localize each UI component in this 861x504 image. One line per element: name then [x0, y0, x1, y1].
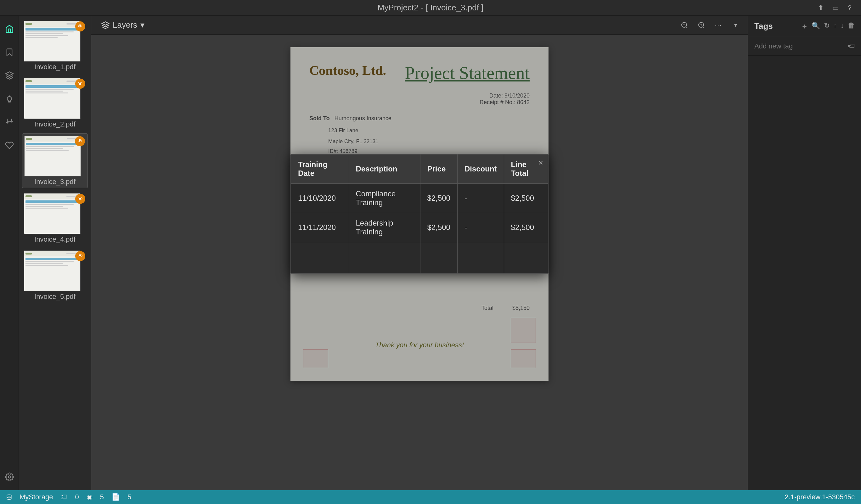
- cell-price-3: [420, 242, 457, 258]
- more-options-button[interactable]: ···: [712, 19, 724, 31]
- list-item[interactable]: 👁 Invoice_1.pdf: [22, 19, 88, 73]
- main-layout: 👁 Invoice_1.pdf 👁 Invoice_2.pdf: [0, 16, 861, 490]
- cell-desc-2: Leadership Training: [349, 213, 420, 242]
- eye-icon[interactable]: 👁: [75, 79, 85, 89]
- tag-input-area: 🏷: [748, 37, 861, 56]
- zoom-in-button[interactable]: [696, 19, 708, 31]
- modal-overlay: × Training Date Description Price Discou…: [290, 47, 548, 381]
- right-panel: Tags ＋ 🔍 ↻ ↑ ↓ 🗑 🏷: [748, 16, 861, 490]
- thumbnail-preview: [24, 21, 81, 62]
- sidebar-icon-merge[interactable]: [2, 115, 16, 129]
- storage-icon: [6, 494, 12, 500]
- svg-point-4: [8, 476, 10, 478]
- sidebar-icon-bookmark[interactable]: [2, 45, 16, 59]
- layer-icon: ◉: [86, 493, 93, 501]
- tags-panel-header: Tags ＋ 🔍 ↻ ↑ ↓ 🗑: [748, 16, 861, 37]
- share-icon[interactable]: ⬆: [818, 4, 823, 12]
- cell-price-2: $2,500: [420, 213, 457, 242]
- delete-icon[interactable]: 🗑: [848, 22, 855, 31]
- thumbnail-label: Invoice_3.pdf: [24, 178, 86, 186]
- layers-dropdown-icon[interactable]: ▾: [140, 20, 145, 30]
- thumbnail-preview: [24, 136, 81, 177]
- up-icon[interactable]: ↑: [833, 22, 837, 31]
- content-area: Layers ▾ ··· ▾ Contoso, Ltd.: [91, 16, 748, 490]
- panel-header-icons: ＋ 🔍 ↻ ↑ ↓ 🗑: [801, 22, 855, 31]
- table-row: [291, 258, 548, 274]
- cell-linetotal-1: $2,500: [504, 184, 548, 213]
- cell-price-1: $2,500: [420, 184, 457, 213]
- file-icon: 📄: [111, 493, 120, 501]
- view-dropdown-button[interactable]: ▾: [729, 19, 741, 31]
- window-title: MyProject2 - [ Invoice_3.pdf ]: [378, 3, 484, 13]
- title-bar: MyProject2 - [ Invoice_3.pdf ] ⬆ ▭ ?: [0, 0, 861, 16]
- sidebar-icon-layers[interactable]: [2, 69, 16, 82]
- document-viewer[interactable]: Contoso, Ltd. Project Statement Date: 9/…: [91, 34, 748, 490]
- training-data-table: Training Date Description Price Discount…: [291, 154, 548, 274]
- cell-date-3: [291, 242, 349, 258]
- refresh-icon[interactable]: ↻: [824, 22, 830, 31]
- thumbnail-label: Invoice_4.pdf: [24, 235, 86, 243]
- add-new-tag-input[interactable]: [754, 42, 845, 50]
- layer-count: 5: [100, 493, 104, 501]
- svg-line-7: [686, 26, 687, 28]
- sidebar-icon-plugin[interactable]: [2, 138, 16, 152]
- tags-title: Tags: [754, 22, 773, 31]
- thumbnail-preview: [24, 193, 81, 234]
- table-row: 11/11/2020 Leadership Training $2,500 - …: [291, 213, 548, 242]
- col-header-discount: Discount: [457, 154, 504, 184]
- cell-date-4: [291, 258, 349, 274]
- tag-input-icon: 🏷: [848, 42, 855, 50]
- cell-desc-1: Compliance Training: [349, 184, 420, 213]
- annotation-count: 0: [75, 493, 79, 501]
- search-tag-icon[interactable]: 🔍: [811, 22, 820, 31]
- cell-linetotal-3: [504, 242, 548, 258]
- eye-icon[interactable]: 👁: [75, 136, 85, 146]
- cell-discount-1: -: [457, 184, 504, 213]
- table-row: [291, 242, 548, 258]
- sidebar-icon-settings[interactable]: [2, 470, 16, 484]
- document-page: Contoso, Ltd. Project Statement Date: 9/…: [290, 47, 548, 381]
- help-icon[interactable]: ?: [848, 4, 851, 12]
- list-item[interactable]: 👁 Invoice_2.pdf: [22, 76, 88, 130]
- thumbnail-label: Invoice_2.pdf: [24, 120, 86, 128]
- file-count: 5: [127, 493, 131, 501]
- annotation-icon: 🏷: [60, 493, 67, 501]
- list-item[interactable]: 👁 Invoice_3.pdf: [22, 134, 88, 188]
- svg-line-10: [703, 26, 704, 28]
- cell-linetotal-4: [504, 258, 548, 274]
- zoom-out-button[interactable]: [679, 19, 691, 31]
- cell-discount-4: [457, 258, 504, 274]
- title-bar-icons: ⬆ ▭ ?: [818, 4, 851, 12]
- list-item[interactable]: 👁 Invoice_4.pdf: [22, 191, 88, 246]
- modal-close-button[interactable]: ×: [538, 158, 543, 167]
- eye-icon[interactable]: 👁: [75, 251, 85, 261]
- table-row: 11/10/2020 Compliance Training $2,500 - …: [291, 184, 548, 213]
- down-icon[interactable]: ↓: [840, 22, 844, 31]
- cell-discount-2: -: [457, 213, 504, 242]
- version-label: 2.1-preview.1-530545c: [784, 493, 855, 501]
- left-sidebar: [0, 16, 19, 490]
- svg-marker-5: [102, 22, 109, 25]
- add-tag-icon[interactable]: ＋: [801, 22, 808, 31]
- list-item[interactable]: 👁 Invoice_5.pdf: [22, 249, 88, 303]
- cell-price-4: [420, 258, 457, 274]
- thumbnail-preview: [24, 250, 81, 291]
- layers-button[interactable]: Layers ▾: [98, 18, 148, 32]
- thumbnail-panel: 👁 Invoice_1.pdf 👁 Invoice_2.pdf: [19, 16, 91, 490]
- col-header-description: Description: [349, 154, 420, 184]
- thumbnail-label: Invoice_5.pdf: [24, 293, 86, 301]
- storage-name: MyStorage: [19, 493, 53, 501]
- thumbnail-label: Invoice_1.pdf: [24, 63, 86, 71]
- cell-date-2: 11/11/2020: [291, 213, 349, 242]
- col-header-date: Training Date: [291, 154, 349, 184]
- sidebar-icon-bulb[interactable]: [2, 92, 16, 106]
- thumbnail-preview: [24, 78, 81, 119]
- panel-icon[interactable]: ▭: [832, 4, 839, 12]
- data-table-modal: × Training Date Description Price Discou…: [290, 154, 548, 274]
- eye-icon[interactable]: 👁: [75, 194, 85, 204]
- sidebar-icon-home[interactable]: [2, 22, 16, 36]
- cell-linetotal-2: $2,500: [504, 213, 548, 242]
- svg-marker-0: [6, 72, 13, 75]
- toolbar: Layers ▾ ··· ▾: [91, 16, 748, 34]
- eye-icon[interactable]: 👁: [75, 22, 85, 31]
